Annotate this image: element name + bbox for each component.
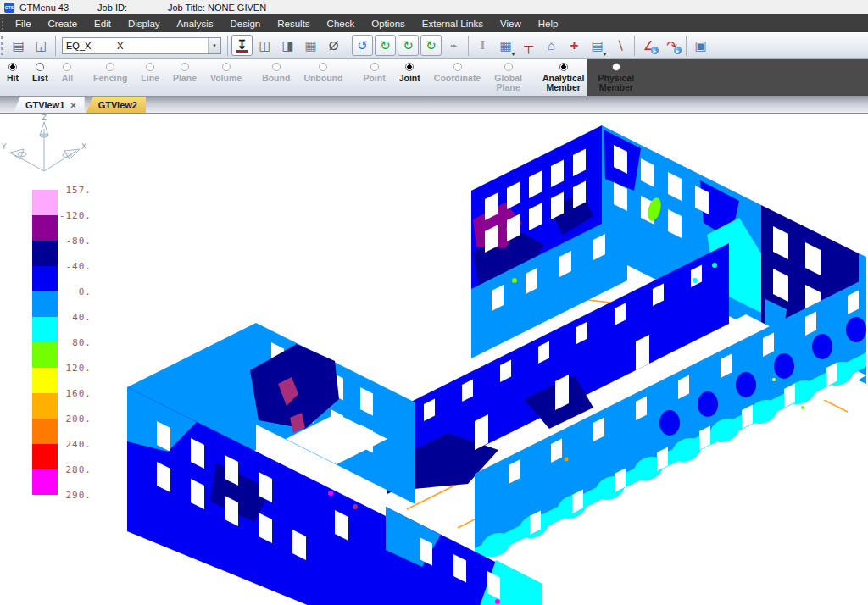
job-id-label: Job ID: [97, 3, 127, 13]
mode-plane: Plane [166, 59, 203, 83]
menu-help[interactable]: Help [530, 14, 567, 32]
menu-display[interactable]: Display [120, 14, 169, 32]
import-results-button[interactable]: ↧ [231, 35, 253, 56]
zoom-button[interactable]: Ø [323, 35, 344, 56]
toolbar-separator [348, 36, 348, 56]
dropdown-caret-icon[interactable]: ▼ [602, 51, 608, 57]
mode-label: Point [363, 74, 385, 83]
radio-icon [370, 63, 379, 71]
menu-analysis[interactable]: Analysis [169, 14, 222, 32]
dimension-button[interactable]: ◨ [277, 35, 298, 56]
steel-section-button[interactable]: I [472, 35, 493, 56]
support-button[interactable]: ┬ [518, 35, 539, 56]
legend-value-label: 200. [31, 414, 92, 425]
model-info-button[interactable]: ▦ [300, 35, 321, 56]
rotate-z-button[interactable]: ↻ [420, 35, 442, 56]
mode-label: Analytical Member [542, 74, 585, 92]
tab-close-icon[interactable]: × [70, 100, 75, 110]
rotate-y-icon: ↻ [403, 38, 414, 53]
contour-speck [565, 458, 569, 462]
chart-curve-button[interactable]: ↷▶ [661, 35, 682, 56]
mode-hit[interactable]: Hit [0, 59, 25, 83]
steel-section-icon: I [481, 38, 486, 53]
radio-icon [63, 63, 71, 71]
contour-blob [698, 391, 718, 417]
axes-cube-button[interactable]: + [564, 35, 585, 56]
main-toolbar: ▤◲EQ_XX▾↧◫◨▦Ø↺↻↻↻⌁I▦▼┬⌂+▤▼∖∠▶↷▶▣ [0, 32, 868, 59]
tab-gtview2[interactable]: GTView2 [86, 97, 146, 113]
mode-physical-member[interactable]: Physical Member [592, 59, 642, 92]
radio-icon[interactable] [612, 63, 620, 71]
info-window-button[interactable]: ◲ [31, 35, 52, 56]
combobox-value: EQ_X [66, 41, 91, 51]
dimension-icon: ◨ [281, 38, 293, 53]
mode-joint[interactable]: Joint [392, 59, 427, 83]
menu-design[interactable]: Design [221, 14, 269, 32]
table-button[interactable]: ▦▼ [495, 35, 516, 56]
radio-icon [222, 63, 231, 71]
report-button[interactable]: ▤▼ [587, 35, 608, 56]
menu-results[interactable]: Results [269, 14, 318, 32]
legend-value-label: 120. [31, 363, 92, 374]
job-title-label: Job Title: NONE GIVEN [168, 3, 266, 13]
mode-bound: Bound [255, 59, 297, 83]
toolbar-separator [634, 36, 635, 56]
toolbar-grip [1, 36, 7, 55]
selection-mode-panel: HitListAllFencingLinePlaneVolumeBoundUnb… [0, 59, 587, 96]
support-icon: ┬ [524, 38, 533, 53]
zoom-icon: Ø [329, 38, 339, 53]
clipboard-icon: ▣ [694, 38, 706, 53]
contour-blob [736, 372, 756, 397]
radio-icon[interactable] [8, 63, 17, 71]
tab-gtview1[interactable]: GTView1× [14, 97, 85, 113]
menu-external-links[interactable]: External Links [414, 14, 492, 32]
model-info-icon: ▦ [304, 38, 316, 53]
radio-icon [319, 63, 327, 71]
radio-icon [181, 63, 189, 71]
legend-value-label: -120. [31, 210, 92, 221]
wind-load-button[interactable]: ⌂ [541, 35, 562, 56]
menu-create[interactable]: Create [40, 14, 86, 32]
dropdown-caret-icon[interactable]: ▼ [510, 51, 516, 57]
radio-icon[interactable] [405, 63, 414, 71]
chart-linear-button[interactable]: ∠▶ [638, 35, 659, 56]
frame-section-icon: ◫ [259, 38, 270, 53]
cleanup-button[interactable]: ∖ [609, 35, 631, 56]
mode-label: Line [141, 74, 159, 83]
frame-section-button[interactable]: ◫ [254, 35, 275, 56]
menu-options[interactable]: Options [363, 14, 414, 32]
menu-file[interactable]: File [7, 14, 40, 32]
mode-label: Coordinate [434, 74, 481, 83]
mode-label: Hit [7, 74, 19, 83]
undo-view-button[interactable]: ↺ [352, 35, 373, 56]
menu-edit[interactable]: Edit [86, 14, 120, 32]
contour-blob [659, 410, 680, 436]
application-window: GTS GTMenu 43 Job ID: Job Title: NONE GI… [0, 0, 868, 605]
menu-view[interactable]: View [492, 14, 530, 32]
combobox-dropdown-icon[interactable]: ▾ [208, 38, 220, 53]
menu-check[interactable]: Check [319, 14, 364, 32]
contour-speck [353, 504, 358, 509]
rotate-x-button[interactable]: ↻ [375, 35, 396, 56]
print-button[interactable]: ▤ [8, 35, 29, 56]
mode-list[interactable]: List [25, 59, 55, 83]
radio-icon[interactable] [559, 63, 568, 71]
contour-blob [774, 353, 794, 379]
undo-view-icon: ↺ [357, 38, 368, 53]
mode-label: Bound [262, 74, 290, 83]
rotate-y-button[interactable]: ↻ [398, 35, 419, 56]
load-case-combobox[interactable]: EQ_XX▾ [62, 37, 221, 54]
import-results-icon: ↧ [236, 39, 248, 53]
mode-label: Joint [399, 74, 420, 83]
toolbar-separator [55, 36, 56, 56]
radio-icon[interactable] [36, 63, 44, 71]
mode-analytical-member[interactable]: Analytical Member [536, 59, 592, 92]
legend-value-label: 240. [31, 439, 92, 450]
clipboard-button[interactable]: ▣ [690, 35, 711, 56]
wind-load-icon: ⌂ [548, 38, 555, 53]
mode-label: Fencing [93, 74, 127, 83]
axis-x-label: X [81, 142, 86, 151]
toolbar-separator [468, 36, 469, 56]
snap-button[interactable]: ⌁ [443, 35, 465, 56]
selection-mode-bar: HitListAllFencingLinePlaneVolumeBoundUnb… [0, 59, 868, 96]
